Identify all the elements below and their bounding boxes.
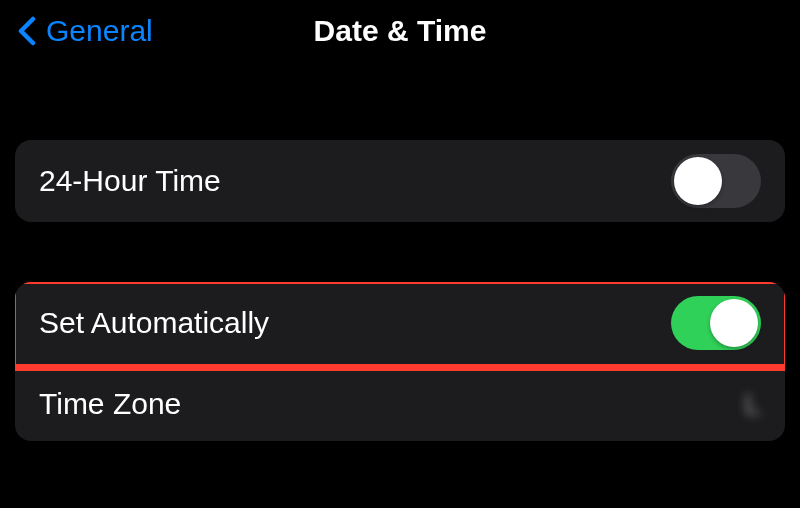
- back-label: General: [46, 14, 153, 48]
- toggle-set-automatically[interactable]: [671, 296, 761, 350]
- row-label: Time Zone: [39, 387, 181, 421]
- content: 24-Hour Time Set Automatically Time Zone…: [0, 140, 800, 441]
- row-label: Set Automatically: [39, 306, 269, 340]
- row-label: 24-Hour Time: [39, 164, 221, 198]
- row-time-zone[interactable]: Time Zone L: [15, 365, 785, 441]
- page-title: Date & Time: [314, 14, 487, 48]
- toggle-24hour-time[interactable]: [671, 154, 761, 208]
- settings-group-time-format: 24-Hour Time: [15, 140, 785, 222]
- nav-header: General Date & Time: [0, 0, 800, 62]
- chevron-left-icon: [18, 16, 36, 46]
- row-24hour-time[interactable]: 24-Hour Time: [15, 140, 785, 222]
- row-value: L: [744, 387, 761, 421]
- toggle-knob: [710, 299, 758, 347]
- toggle-knob: [674, 157, 722, 205]
- row-set-automatically[interactable]: Set Automatically: [15, 282, 785, 364]
- settings-group-automatic: Set Automatically Time Zone L: [15, 282, 785, 441]
- back-button[interactable]: General: [18, 14, 153, 48]
